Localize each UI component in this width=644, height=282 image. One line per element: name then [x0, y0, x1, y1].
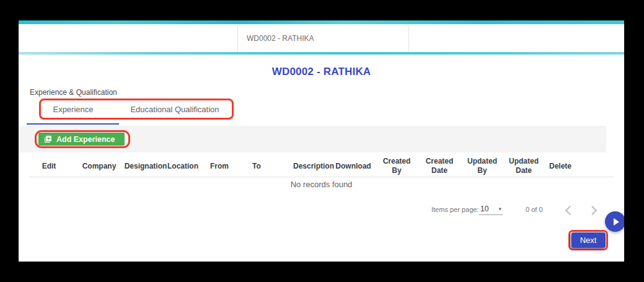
- column-header-updated-date: Updated Date: [506, 157, 541, 175]
- column-header-updated-by: Updated By: [465, 157, 500, 175]
- header-band: WD0002 - RATHIKA: [19, 24, 624, 52]
- chevron-right-icon[interactable]: [588, 206, 598, 216]
- dropdown-caret-icon: ▾: [498, 206, 501, 212]
- page-title: WD0002 - RATHIKA: [19, 66, 624, 78]
- items-per-page-select[interactable]: 10 ▾: [479, 203, 503, 215]
- active-tab-indicator: [27, 123, 119, 125]
- expand-fab-button[interactable]: [605, 211, 624, 232]
- column-header-download: Download: [330, 157, 376, 175]
- employee-header-tab[interactable]: WD0002 - RATHIKA: [237, 24, 409, 52]
- column-header-delete: Delete: [545, 157, 575, 175]
- items-per-page-label: Items per page:: [431, 206, 479, 213]
- column-header-from: From: [206, 157, 233, 175]
- table-header-divider: [29, 177, 614, 177]
- column-header-to: To: [247, 157, 267, 175]
- column-header-created-by: Created By: [380, 157, 413, 175]
- column-header-company: Company: [77, 157, 121, 175]
- section-label: Experience & Qualification: [30, 88, 117, 97]
- next-button-annotation-box: Next: [568, 230, 608, 250]
- chevron-left-icon[interactable]: [565, 206, 575, 216]
- app-window: WD0002 - RATHIKA WD0002 - RATHIKA Experi…: [19, 20, 624, 262]
- column-header-location: Location: [163, 157, 203, 175]
- column-header-created-date: Created Date: [423, 157, 456, 175]
- empty-table-message: No records found: [29, 180, 614, 189]
- tabs-annotation-box: [39, 99, 234, 120]
- items-per-page-value: 10: [480, 205, 488, 213]
- column-header-edit: Edit: [37, 157, 61, 175]
- page-range-label: 0 of 0: [526, 206, 543, 213]
- employee-header-label: WD0002 - RATHIKA: [247, 34, 314, 43]
- play-arrow-icon: [614, 218, 619, 226]
- next-button[interactable]: Next: [571, 232, 606, 248]
- screenshot-frame: WD0002 - RATHIKA WD0002 - RATHIKA Experi…: [0, 0, 644, 282]
- header-accent-divider: [19, 52, 624, 55]
- add-button-annotation-box: [35, 130, 130, 148]
